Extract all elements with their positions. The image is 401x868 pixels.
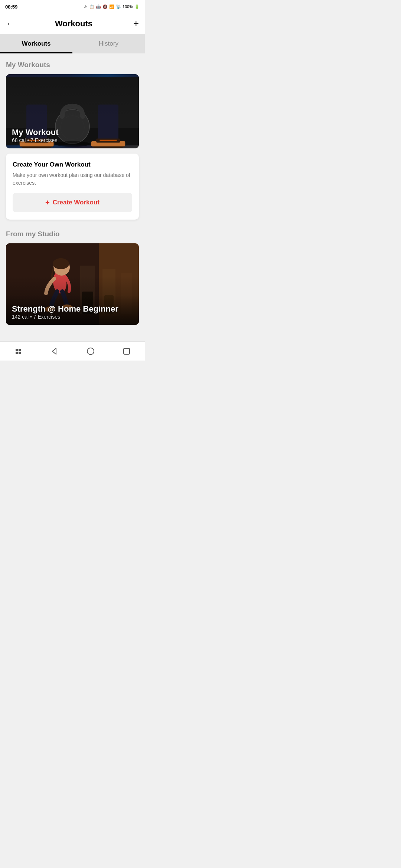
- back-button[interactable]: ←: [6, 19, 14, 29]
- create-workout-label: Create Workout: [53, 199, 100, 206]
- status-bar: 08:59 ⚠ 📋 🤖 🔇 📶 📡 100% 🔋: [0, 0, 145, 13]
- svg-point-34: [87, 348, 94, 355]
- workout-meta: 68 cal • 7 Exercises: [12, 137, 58, 143]
- svg-rect-32: [19, 352, 21, 354]
- task-icon: 📋: [89, 4, 94, 9]
- my-workout-card[interactable]: My Workout 68 cal • 7 Exercises: [6, 74, 139, 148]
- svg-point-24: [53, 259, 70, 276]
- wifi-icon: 📶: [109, 4, 114, 9]
- svg-rect-19: [121, 273, 132, 314]
- nav-back-button[interactable]: [46, 343, 62, 359]
- svg-marker-33: [52, 348, 56, 354]
- status-time: 08:59: [5, 4, 17, 10]
- android-icon: 🤖: [96, 4, 101, 9]
- app-bar: ← Workouts +: [0, 13, 145, 34]
- svg-point-23: [52, 271, 67, 294]
- create-workout-button[interactable]: + Create Workout: [13, 193, 132, 212]
- studio-workout-meta: 142 cal • 7 Exercises: [12, 314, 118, 320]
- studio-workout-card[interactable]: Strength @ Home Beginner 142 cal • 7 Exe…: [6, 243, 139, 325]
- nav-recents-button[interactable]: [118, 343, 135, 359]
- page-title: Workouts: [55, 19, 92, 29]
- plus-icon: +: [45, 198, 50, 207]
- studio-section-heading: From my Studio: [6, 230, 139, 238]
- studio-card-info: Strength @ Home Beginner 142 cal • 7 Exe…: [12, 304, 118, 320]
- create-workout-card: Create Your Own Workout Make your own wo…: [6, 154, 139, 220]
- svg-rect-35: [124, 348, 130, 354]
- workout-card-info: My Workout 68 cal • 7 Exercises: [12, 128, 58, 143]
- add-button[interactable]: +: [133, 18, 139, 29]
- warning-icon: ⚠: [84, 4, 88, 9]
- svg-point-25: [53, 258, 69, 269]
- tab-workouts[interactable]: Workouts: [0, 34, 72, 53]
- my-workouts-heading: My Workouts: [6, 61, 139, 69]
- battery-text: 100%: [123, 4, 133, 9]
- signal-icon: 📡: [116, 4, 121, 9]
- create-card-title: Create Your Own Workout: [13, 161, 132, 168]
- tab-bar: Workouts History: [0, 34, 145, 53]
- tab-history[interactable]: History: [72, 34, 145, 53]
- svg-rect-30: [19, 349, 21, 351]
- svg-rect-31: [16, 352, 18, 354]
- status-icons: ⚠ 📋 🤖 🔇 📶 📡 100% 🔋: [84, 4, 140, 9]
- workout-name: My Workout: [12, 128, 58, 137]
- create-card-description: Make your own workout plan using our dat…: [13, 171, 132, 187]
- nav-home-button[interactable]: [82, 343, 99, 359]
- studio-workout-name: Strength @ Home Beginner: [12, 304, 118, 314]
- svg-rect-29: [16, 349, 18, 351]
- mute-icon: 🔇: [102, 4, 108, 9]
- battery-icon: 🔋: [134, 4, 140, 9]
- navigation-bar: [0, 341, 145, 361]
- nav-square-button[interactable]: [10, 343, 26, 359]
- main-content: My Workouts: [0, 53, 145, 338]
